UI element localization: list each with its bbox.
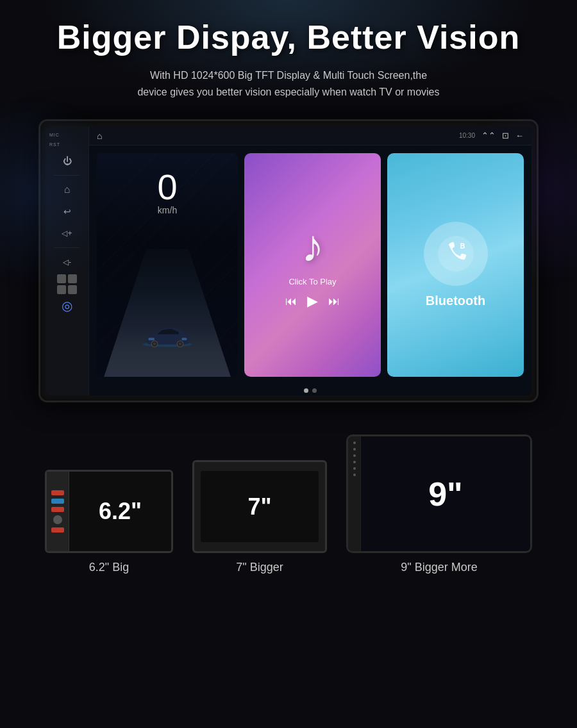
bluetooth-circle: ʙ bbox=[424, 222, 488, 286]
unit-sidebar: MIC RST ⏻ ⌂ ↩ ◁+ ◁- bbox=[46, 126, 89, 395]
size-9-label: 9" bbox=[428, 475, 463, 513]
dev62-btn-red3 bbox=[51, 527, 64, 533]
dev9-dot-3 bbox=[353, 454, 356, 457]
dev9-dot-1 bbox=[353, 442, 356, 444]
volume-down-icon: ◁- bbox=[63, 258, 71, 267]
dev9-dot-5 bbox=[353, 467, 356, 470]
dev62-btn-red2 bbox=[51, 507, 64, 512]
volume-up-icon: ◁+ bbox=[62, 229, 72, 238]
volume-up-button[interactable]: ◁+ bbox=[56, 224, 79, 242]
play-button[interactable]: ▶ bbox=[307, 293, 318, 310]
subtitle-line2: device gives you better vision especiall… bbox=[137, 87, 439, 97]
main-title: Bigger Dispay, Better Vision bbox=[38, 19, 539, 56]
speedometer-panel: 0 km/h bbox=[97, 153, 238, 377]
compare-label-7: 7" Bigger bbox=[236, 561, 283, 574]
mic-label: MIC bbox=[46, 133, 60, 137]
back-sidebar-button[interactable]: ↩ bbox=[56, 203, 79, 220]
dev9-dot-6 bbox=[353, 474, 356, 476]
power-icon: ⏻ bbox=[63, 156, 72, 166]
screen-content: 0 km/h bbox=[89, 145, 531, 385]
header-section: Bigger Dispay, Better Vision With HD 102… bbox=[0, 0, 577, 113]
comparison-section: 6.2" 6.2" Big 7" 7" Bigger 9" bbox=[0, 415, 577, 600]
size-7-label: 7" bbox=[247, 493, 271, 520]
svg-text:ʙ: ʙ bbox=[460, 240, 465, 251]
car-unit-section: MIC RST ⏻ ⌂ ↩ ◁+ ◁- bbox=[0, 113, 577, 415]
power-button[interactable]: ⏻ bbox=[56, 152, 79, 170]
volume-down-button[interactable]: ◁- bbox=[56, 253, 79, 271]
chevron-up-icon: ⌃⌃ bbox=[481, 131, 496, 140]
device-7-screen: 7" bbox=[201, 471, 319, 542]
prev-track-button[interactable]: ⏮ bbox=[285, 295, 297, 308]
back-sidebar-icon: ↩ bbox=[63, 206, 71, 217]
bluetooth-phone-icon: ʙ bbox=[437, 235, 475, 273]
home-sidebar-button[interactable]: ⌂ bbox=[56, 181, 79, 199]
subtitle: With HD 1024*600 Big TFT Display & Multi… bbox=[38, 67, 539, 100]
topbar-left: ⌂ bbox=[97, 131, 102, 141]
grid-icon bbox=[57, 274, 77, 294]
car-unit-outer: MIC RST ⏻ ⌂ ↩ ◁+ ◁- bbox=[38, 119, 539, 402]
road-visualization bbox=[97, 249, 238, 377]
device-9-screen: 9" bbox=[361, 436, 530, 551]
svg-rect-5 bbox=[148, 338, 155, 340]
dev62-btn-blue bbox=[51, 499, 64, 504]
sidebar-divider-1 bbox=[54, 175, 80, 176]
rst-label: RST bbox=[46, 142, 60, 147]
bluetooth-label: Bluetooth bbox=[426, 294, 485, 308]
speed-display: 0 bbox=[157, 169, 177, 205]
car-silhouette-icon bbox=[142, 325, 193, 348]
device-7: 7" bbox=[192, 460, 327, 553]
device-9-sidebar bbox=[348, 436, 361, 551]
dot-2 bbox=[312, 388, 317, 393]
screen-topbar: ⌂ 10:30 ⌃⌃ ⊡ ← bbox=[89, 126, 531, 145]
speed-unit: km/h bbox=[158, 205, 177, 215]
sidebar-divider-2 bbox=[54, 247, 80, 248]
device-62-item: 6.2" 6.2" Big bbox=[45, 470, 173, 574]
nav-button[interactable]: ◎ bbox=[56, 297, 79, 315]
road-perspective bbox=[97, 249, 238, 377]
music-card[interactable]: ♪ Click To Play ⏮ ▶ ⏭ bbox=[244, 153, 381, 377]
next-track-button[interactable]: ⏭ bbox=[328, 295, 340, 308]
home-sidebar-icon: ⌂ bbox=[64, 184, 71, 195]
device-62-screen: 6.2" bbox=[69, 472, 171, 551]
music-controls: ⏮ ▶ ⏭ bbox=[285, 293, 340, 310]
music-card-label: Click To Play bbox=[288, 277, 336, 286]
dev9-dot-4 bbox=[353, 461, 356, 463]
bluetooth-card[interactable]: ʙ Bluetooth bbox=[387, 153, 524, 377]
back-nav-icon: ← bbox=[515, 131, 524, 140]
nav-icon: ◎ bbox=[62, 298, 72, 313]
svg-point-4 bbox=[179, 343, 182, 346]
dev62-btn-red bbox=[51, 490, 64, 495]
unit-screen: ⌂ 10:30 ⌃⌃ ⊡ ← 0 km/h bbox=[89, 126, 531, 395]
dev9-dot-2 bbox=[353, 448, 356, 451]
subtitle-line1: With HD 1024*600 Big TFT Display & Multi… bbox=[150, 70, 427, 81]
topbar-time: 10:30 bbox=[459, 132, 475, 139]
svg-rect-6 bbox=[181, 338, 187, 340]
topbar-home-icon: ⌂ bbox=[97, 131, 102, 141]
device-62: 6.2" bbox=[45, 470, 173, 553]
dot-1 bbox=[304, 388, 308, 393]
svg-point-3 bbox=[153, 343, 156, 346]
compare-label-9: 9" Bigger More bbox=[401, 561, 477, 574]
size-62-label: 6.2" bbox=[99, 498, 142, 525]
screen-dots bbox=[89, 385, 531, 395]
grid-button[interactable] bbox=[56, 275, 79, 293]
music-note-icon: ♪ bbox=[301, 220, 324, 272]
recent-apps-icon: ⊡ bbox=[502, 131, 509, 140]
device-9: 9" bbox=[346, 434, 532, 553]
device-9-item: 9" 9" Bigger More bbox=[346, 434, 532, 574]
device-62-controls bbox=[47, 472, 69, 551]
topbar-right: 10:30 ⌃⌃ ⊡ ← bbox=[459, 131, 524, 140]
dev62-btn-gray bbox=[53, 515, 62, 524]
car-unit-inner: MIC RST ⏻ ⌂ ↩ ◁+ ◁- bbox=[46, 126, 531, 395]
device-7-item: 7" 7" Bigger bbox=[192, 460, 327, 574]
compare-label-62: 6.2" Big bbox=[89, 561, 129, 574]
